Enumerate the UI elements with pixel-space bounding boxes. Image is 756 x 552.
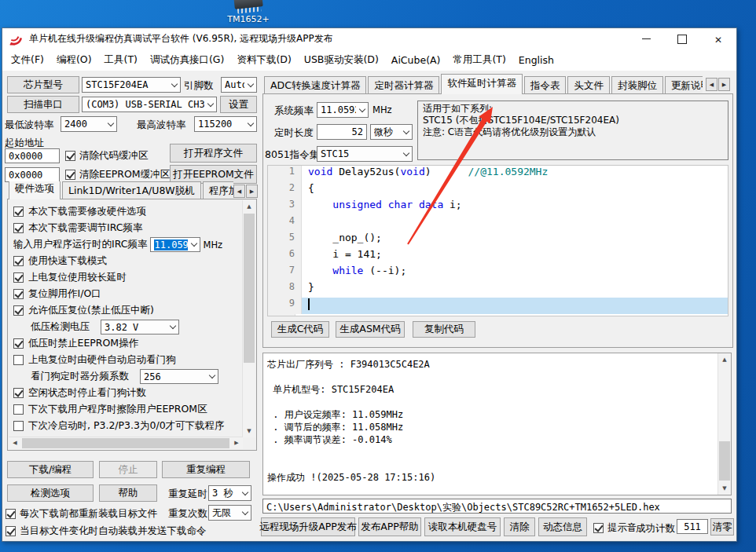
tab-hardware-options[interactable]: 硬件选项 xyxy=(9,181,61,199)
repeat-delay-combo[interactable]: 3 秒 xyxy=(208,485,251,501)
menu-file[interactable]: 文件(F) xyxy=(5,50,50,70)
target-file-path-input[interactable]: C:\Users\Administrator\Desktop\实验\Object… xyxy=(262,499,732,514)
system-freq-unit: MHz xyxy=(372,104,392,115)
scrollbar-thumb[interactable] xyxy=(244,214,255,363)
option-modify-hw[interactable]: 本次下载需要修改硬件选项 xyxy=(13,203,240,220)
menu-program[interactable]: 编程(O) xyxy=(50,50,98,70)
operation-log-box[interactable]: 芯片出厂序列号 : F394013C5C4E2A 单片机型号: STC15F20… xyxy=(262,353,732,495)
close-button[interactable] xyxy=(700,28,736,49)
tab-software-delay-calculator[interactable]: 软件延时计算器 xyxy=(441,74,523,94)
reload-target-checkbox[interactable]: 每次下载前都重新装载目标文件 xyxy=(6,507,157,521)
option-combo[interactable]: 256 xyxy=(140,369,218,384)
tab-program-encrypt[interactable]: 程序加密后 xyxy=(203,181,233,199)
serial-port-combo[interactable]: (COM3) USB-SERIAL CH340 xyxy=(82,97,217,112)
scan-port-button[interactable]: 扫描串口 xyxy=(7,96,79,113)
option-combo[interactable]: 3.82 V xyxy=(101,320,179,334)
code-start-address-input[interactable]: 0x0000 xyxy=(5,148,60,163)
left-tabs-scroll-left-icon[interactable] xyxy=(233,185,245,198)
left-tabs-scroll-right-icon[interactable] xyxy=(246,185,258,198)
menu-tools[interactable]: 工具(T) xyxy=(98,50,144,70)
scrollbar-thumb[interactable] xyxy=(719,441,730,481)
beep-checkbox[interactable]: 提示音 xyxy=(593,521,637,535)
download-program-button[interactable]: 下载/编程 xyxy=(7,461,94,478)
option-lvr-enable[interactable]: 允许低压复位(禁止低压中断) xyxy=(13,302,240,319)
option-irc-freq[interactable]: 输入用户程序运行时的IRC频率11.0592MHz xyxy=(13,236,240,253)
scroll-left-icon[interactable] xyxy=(9,437,21,449)
delay-length-input[interactable]: 52 xyxy=(317,124,367,140)
generate-c-code-button[interactable]: 生成C代码 xyxy=(271,321,329,338)
menu-debug-interface[interactable]: 调试仿真接口(G) xyxy=(144,50,230,70)
publish-app-help-button[interactable]: 发布APP帮助 xyxy=(358,517,421,536)
tab-timer-calculator[interactable]: 定时器计算器 xyxy=(368,76,439,94)
check-options-button[interactable]: 检测选项 xyxy=(7,484,94,502)
remote-upgrade-publish-button[interactable]: 远程现场升级APP发布 xyxy=(261,517,355,536)
right-tabs-scroll-left-icon[interactable] xyxy=(706,78,717,91)
success-count-input[interactable]: 511 xyxy=(677,519,708,534)
right-tabs-scroll-right-icon[interactable] xyxy=(718,78,730,91)
tab-header-files[interactable]: 头文件 xyxy=(567,76,610,94)
eeprom-start-address-input[interactable]: 0x0000 xyxy=(5,167,60,182)
dynamic-info-button[interactable]: 动态信息 xyxy=(538,517,587,536)
scroll-up-icon[interactable] xyxy=(243,200,255,213)
stop-button[interactable]: 停止 xyxy=(99,461,157,478)
menu-downloads[interactable]: 资料下载(D) xyxy=(230,50,297,70)
scrollbar-thumb[interactable] xyxy=(22,438,229,448)
copy-code-button[interactable]: 复制代码 xyxy=(413,321,475,338)
repeat-count-combo[interactable]: 无限 xyxy=(208,505,251,521)
minimize-button[interactable] xyxy=(628,28,664,49)
pin-count-combo[interactable]: Auto xyxy=(221,77,257,93)
log-vertical-scrollbar[interactable] xyxy=(717,353,731,495)
menu-english[interactable]: English xyxy=(512,51,560,69)
option-reset-as-io[interactable]: 复位脚用作I/O口 xyxy=(13,286,240,302)
open-program-file-button[interactable]: 打开程序文件 xyxy=(170,144,257,163)
option-erase-eeprom-next[interactable]: 下次下载用户程序时擦除用户EEPROM区 xyxy=(13,401,240,418)
scroll-down-icon[interactable] xyxy=(243,425,255,437)
option-lvd-voltage[interactable]: 低压检测电压3.82 V xyxy=(13,319,240,335)
option-idle-stop-wdt[interactable]: 空闲状态时停止看门狗计数 xyxy=(13,385,240,401)
scroll-up-icon[interactable] xyxy=(718,353,731,366)
option-p32-p33-check[interactable]: 下次冷启动时, P3.2/P3.3为0/0才可下载程序 xyxy=(13,418,240,434)
read-disk-id-button[interactable]: 读取本机硬盘号 xyxy=(424,517,501,536)
repeat-program-button[interactable]: 重复编程 xyxy=(162,461,250,478)
scroll-right-icon[interactable] xyxy=(230,437,243,449)
option-combo[interactable]: 11.0592 xyxy=(150,237,200,252)
menu-usb-driver[interactable]: USB驱动安装(D) xyxy=(298,50,385,70)
chip-type-button[interactable]: 芯片型号 xyxy=(7,76,79,93)
code-editor[interactable]: 1void Delay52us(void) //@11.0592MHz2{3 u… xyxy=(267,165,728,316)
clear-log-button[interactable]: 清除 xyxy=(504,517,535,536)
chip-type-combo[interactable]: STC15F204EA xyxy=(82,77,181,93)
clear-eeprom-buffer-checkbox[interactable]: 清除EEPROM缓冲区 xyxy=(65,168,170,181)
option-fast-download[interactable]: 使用快速下载模式 xyxy=(13,253,240,269)
help-button[interactable]: 帮助 xyxy=(99,484,157,502)
autoload-send-checkbox[interactable]: 当目标文件变化时自动装载并发送下载命令 xyxy=(6,525,207,538)
tab-package-pinout[interactable]: 封装脚位 xyxy=(611,76,663,94)
maximize-button[interactable] xyxy=(664,28,700,49)
option-wdt-prescaler[interactable]: 看门狗定时器分频系数256 xyxy=(13,368,240,385)
tab-adc-calculator[interactable]: ADC转换速度计算器 xyxy=(264,76,366,94)
clear-code-buffer-checkbox[interactable]: 清除代码缓冲区 xyxy=(65,149,149,163)
options-vertical-scrollbar[interactable] xyxy=(242,200,255,437)
delay-unit-combo[interactable]: 微秒 xyxy=(370,124,413,140)
scroll-down-icon[interactable] xyxy=(718,482,731,495)
option-lv-eeprom-disable[interactable]: 低压时禁止EEPROM操作 xyxy=(13,335,240,352)
option-por-long-delay[interactable]: 上电复位使用较长延时 xyxy=(13,269,240,286)
tab-offline-download[interactable]: Link1D/Writer1A/U8W脱机 xyxy=(62,181,201,199)
port-settings-button[interactable]: 设置 xyxy=(220,96,257,113)
option-adjust-irc[interactable]: 本次下载需要调节IRC频率 xyxy=(13,220,240,236)
desktop-icon-tm1652[interactable]: TM1652+ xyxy=(214,0,283,24)
max-baud-combo[interactable]: 115200 xyxy=(194,116,257,132)
menu-aicube[interactable]: AiCube(A) xyxy=(385,51,447,69)
tab-instruction-table[interactable]: 指令表 xyxy=(524,76,567,94)
min-baud-combo[interactable]: 2400 xyxy=(61,116,117,132)
desktop-icon-label: TM1652+ xyxy=(214,14,283,24)
system-freq-combo[interactable]: 11.0592 xyxy=(317,102,369,118)
instruction-set-combo[interactable]: STC15 xyxy=(317,146,413,162)
tab-update-notes[interactable]: 更新说明 xyxy=(665,76,703,94)
options-horizontal-scrollbar[interactable] xyxy=(9,437,243,449)
left-tab-strip: 硬件选项 Link1D/Writer1A/U8W脱机 程序加密后 xyxy=(9,181,233,199)
reset-count-button[interactable]: 清零 xyxy=(710,518,734,536)
generate-asm-code-button[interactable]: 生成ASM代码 xyxy=(336,321,405,338)
instruction-set-label: 8051指令集 xyxy=(265,148,314,162)
option-hw-wdt-auto[interactable]: 上电复位时由硬件自动启动看门狗 xyxy=(13,352,240,368)
menu-common-tools[interactable]: 常用工具(T) xyxy=(446,50,512,70)
